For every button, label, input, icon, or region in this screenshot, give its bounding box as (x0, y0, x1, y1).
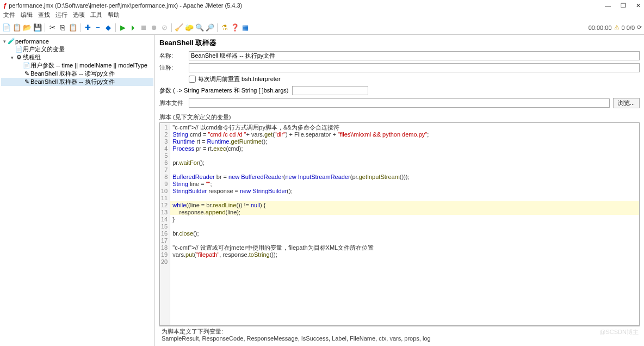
help-icon[interactable]: ❓ (231, 23, 239, 32)
gear-icon[interactable]: ⟳ (637, 24, 642, 31)
cut-icon[interactable]: ✂ (48, 23, 57, 32)
reset-search-icon[interactable]: 🔎 (206, 23, 214, 32)
clear-icon[interactable]: 🧹 (175, 23, 183, 32)
close-button[interactable]: ✕ (636, 2, 641, 9)
menu-edit[interactable]: 编辑 (21, 11, 33, 21)
browse-button[interactable]: 浏览... (613, 98, 640, 108)
clear-all-icon[interactable]: 🧽 (185, 23, 194, 32)
toolbar: 📄 📋 📂 💾 ✂ ⎘ 📋 ✚ − ◆ ▶ ⏵ ⏹ ⏺ ⊘ 🧹 🧽 🔍 🔎 ⚗ … (0, 21, 644, 35)
template-icon[interactable]: 📋 (13, 23, 21, 32)
menu-help[interactable]: 帮助 (108, 11, 120, 21)
script-file-label: 脚本文件 (159, 99, 185, 107)
paste-icon[interactable]: 📋 (69, 23, 77, 32)
menu-file[interactable]: 文件 (3, 11, 15, 21)
tree-item[interactable]: ✎BeanShell 取样器 -- 读写py文件 (1, 70, 153, 78)
menu-options[interactable]: 选项 (73, 11, 85, 21)
app-icon: ƒ (3, 2, 7, 9)
minimize-button[interactable]: — (605, 2, 611, 9)
new-icon[interactable]: 📄 (2, 23, 11, 32)
menu-run[interactable]: 运行 (55, 11, 67, 21)
menu-tools[interactable]: 工具 (90, 11, 102, 21)
tree-item[interactable]: ✎BeanShell 取样器 -- 执行py文件 (1, 78, 153, 86)
comment-label: 注释: (159, 64, 185, 72)
template2-icon[interactable]: ▦ (241, 23, 250, 32)
run-no-timers-icon[interactable]: ⏵ (129, 23, 138, 32)
run-icon[interactable]: ▶ (119, 23, 127, 32)
menu-find[interactable]: 查找 (38, 11, 50, 21)
name-label: 名称: (159, 52, 185, 60)
script-area-label: 脚本 (见下文所定义的变量) (159, 113, 640, 121)
comment-input[interactable] (189, 63, 640, 72)
reset-interpreter-checkbox[interactable] (189, 76, 196, 83)
save-icon[interactable]: 💾 (33, 23, 42, 32)
params-field[interactable] (292, 86, 368, 95)
stop-thread-icon[interactable]: ⊘ (160, 23, 169, 32)
script-file-input[interactable] (189, 98, 610, 108)
maximize-button[interactable]: ❐ (621, 2, 626, 9)
tree-root-label: performance (15, 38, 49, 45)
footer-line2: SampleResult, ResponseCode, ResponseMess… (162, 335, 637, 342)
copy-icon[interactable]: ⎘ (58, 23, 67, 32)
script-editor[interactable]: 1 2 3 4 5 6 7 8 9 10 11 12 13 14 15 16 1… (159, 122, 640, 326)
name-input[interactable] (189, 51, 640, 60)
toggle-icon[interactable]: ◆ (104, 23, 113, 32)
panel-title: BeanShell 取样器 (159, 38, 640, 48)
params-label: 参数 ( -> String Parameters 和 String [ ]bs… (159, 86, 289, 95)
warn-icon: ⚠ (614, 24, 620, 31)
search-icon[interactable]: 🔍 (195, 23, 204, 32)
test-plan-tree[interactable]: ▾🧪performance 📄用户定义的变量▾⚙线程组📄用户参数 -- time… (0, 35, 155, 346)
variables-footer: 为脚本定义了下列变量: SampleResult, ResponseCode, … (159, 326, 640, 344)
collapse-icon[interactable]: − (94, 23, 102, 32)
tree-item[interactable]: 📄用户参数 -- time || modelName || modelType (1, 61, 153, 70)
tree-item[interactable]: ▾⚙线程组 (1, 53, 153, 61)
reset-interpreter-label: 每次调用前重置 bsh.Interpreter (198, 75, 281, 83)
expand-icon[interactable]: ✚ (83, 23, 92, 32)
elapsed-time: 00:00:00 (589, 24, 612, 31)
tree-root[interactable]: ▾🧪performance (1, 37, 153, 45)
menu-bar: 文件 编辑 查找 运行 选项 工具 帮助 (0, 11, 644, 21)
stop-icon[interactable]: ⏹ (139, 23, 148, 32)
function-icon[interactable]: ⚗ (220, 23, 229, 32)
footer-line1: 为脚本定义了下列变量: (162, 328, 637, 335)
window-title: performance.jmx (D:\Software\jmeter-perf… (9, 2, 605, 9)
open-icon[interactable]: 📂 (23, 23, 32, 32)
shutdown-icon[interactable]: ⏺ (150, 23, 158, 32)
error-count: 0 0/0 (622, 24, 635, 31)
tree-item[interactable]: 📄用户定义的变量 (1, 45, 153, 53)
